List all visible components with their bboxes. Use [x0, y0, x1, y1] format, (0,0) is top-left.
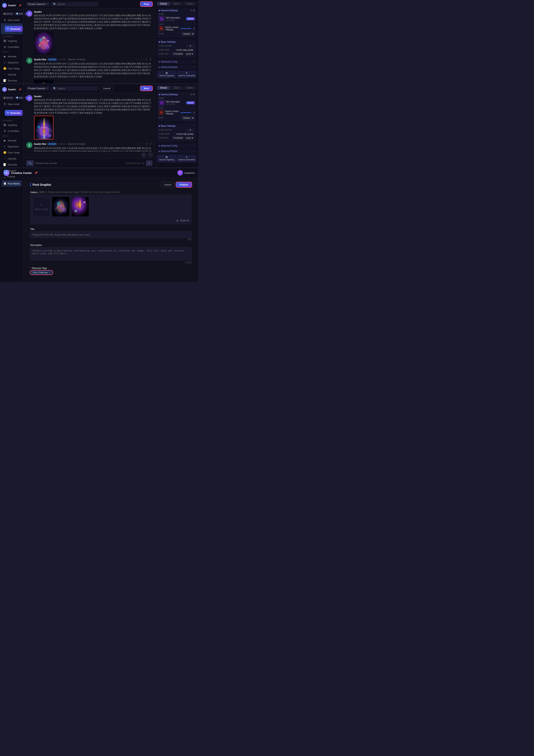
pg-publish-button[interactable]: Publish — [176, 182, 191, 187]
info-btn[interactable]: ℹ — [145, 58, 148, 62]
scroll-down-btn[interactable]: ▼ — [141, 152, 146, 157]
refresh-btn-2[interactable]: ↺ — [149, 142, 152, 146]
gallery-delete-all[interactable]: 🗑 Delete All — [33, 219, 189, 222]
lora-slider-2[interactable] — [180, 112, 191, 113]
bot-message-header: SeaArt Bot Animate 14:34:40 Expires in 2… — [34, 58, 152, 62]
gallery-image-1 — [52, 197, 69, 216]
advanced-config-row-2[interactable]: ● Advanced Config › — [157, 144, 196, 148]
sidebar-item-face-swap-2[interactable]: 😊 Face Swap — [1, 150, 23, 155]
coins-value-2: 137.1K — [6, 97, 13, 99]
attach-button[interactable]: 📎 — [26, 160, 34, 166]
creative-center-title: Creative Center — [11, 171, 32, 175]
tab-default-2[interactable]: Default — [157, 86, 170, 90]
dot-icon-6 — [159, 125, 160, 127]
lora-slider[interactable] — [180, 28, 191, 29]
gems-value: 2.5K — [19, 13, 23, 15]
title-input[interactable] — [30, 231, 191, 238]
next-button[interactable]: Next — [140, 86, 152, 91]
advanced-repair-row-2[interactable]: ● Advanced Repair › — [157, 149, 196, 153]
settings-config-icon[interactable]: ⚙ — [193, 9, 195, 12]
sidebar-item-describe[interactable]: 📝 Describe — [1, 78, 23, 83]
sidebar-item-upscale-2[interactable]: ↑ Upscale — [1, 156, 23, 161]
prompt-input[interactable] — [36, 162, 124, 164]
channel-selector-2[interactable]: Private Channel ▼ — [26, 86, 49, 91]
sidebar-item-img2img-2[interactable]: 🖼 Img2Img — [1, 122, 23, 128]
like-btn-2[interactable]: ♡ — [140, 142, 144, 146]
generate-button-2[interactable]: ✦ Generate — [5, 110, 23, 116]
sidebar-item-animate-2[interactable]: ▶ Animate — [1, 138, 23, 143]
sidebar-item-controlnet-2[interactable]: ⚙ ControlNet — [1, 128, 23, 134]
sidebar-item-face-swap[interactable]: 😊 Face Swap — [1, 66, 23, 71]
image-size-ratio[interactable]: (3:4) ▼ — [185, 52, 195, 56]
tab-default[interactable]: Default — [157, 2, 170, 6]
generate-button[interactable]: ✦ Generate — [5, 26, 23, 32]
advanced-repair-row[interactable]: ● Advanced Repair › — [157, 65, 196, 69]
sidebar-item-expansion[interactable]: ⤢ Expansion — [1, 60, 23, 65]
gallery-thumbnail-1[interactable] — [52, 197, 69, 216]
sidebar-item-describe-2[interactable]: 📝 Describe — [1, 162, 23, 168]
required-indicator: * — [30, 267, 31, 269]
model-switch-button-2[interactable]: Switch — [186, 101, 195, 104]
image-quantity-row: Image Quantity 4 — [159, 44, 195, 48]
sidebar-item-generate[interactable]: ✦ Generate — [1, 23, 23, 34]
send-controlnet-button-2[interactable]: ⚙ Send to ControlNet — [177, 155, 196, 162]
gallery-add-button[interactable]: + 添加个人作品 — [33, 197, 50, 216]
model-label: Model — [159, 13, 195, 15]
cancel-button[interactable]: Cancel — [100, 86, 113, 91]
gallery-thumbnail-2[interactable] — [71, 197, 89, 216]
more-options-btn-2[interactable]: ⋯ — [135, 142, 139, 146]
pin-icon-2[interactable]: 📌 — [19, 88, 21, 91]
info-btn-2[interactable]: ℹ — [145, 142, 148, 146]
panel-1: S SeaArt 📌 ⚡ 137.1K 💎 2.5K New ☰ Easy mo… — [0, 0, 198, 84]
advanced-config-row[interactable]: ● Advanced Config › — [157, 60, 196, 64]
sidebar-item-easy-mode-2[interactable]: ☰ Easy mode — [1, 101, 23, 107]
bot-message-content: SeaArt Bot Animate 14:34:40 Expires in 2… — [34, 58, 152, 84]
pin-icon[interactable]: 📌 — [19, 4, 21, 7]
search-input-2[interactable] — [58, 87, 96, 90]
more-options-btn[interactable]: ⋯ — [135, 58, 139, 62]
help-btn[interactable]: ? — [148, 152, 153, 157]
image-quantity-row-2: Image Quantity 4 — [159, 128, 195, 132]
user-avatar-icon: Y — [177, 170, 183, 176]
pg-cancel-button[interactable]: Cancel — [161, 182, 174, 187]
tab-sdxl[interactable]: SDXL — [170, 2, 183, 6]
tag-daily-challenge[interactable]: Daily-Challenge ✕ — [30, 270, 53, 275]
send-img2img-button-2[interactable]: 🖼 Send to Img2Img — [157, 155, 176, 162]
send-controlnet-button[interactable]: ⚙ Send to ControlNet — [177, 71, 196, 78]
sidebar-item-generate-2[interactable]: ✦ Generate — [1, 107, 23, 118]
settings-config-icon-2[interactable]: ⚙ — [193, 93, 195, 96]
channel-selector[interactable]: Private Channel ▼ — [26, 2, 49, 6]
panel-3-creative-center: S Creative Center 📌 Y yingzaizai 📋 Post … — [0, 168, 198, 282]
tab-studio[interactable]: Studio — [184, 2, 196, 6]
sidebar-item-post-works[interactable]: 📋 Post Works — [2, 180, 22, 187]
easy-mode-icon-2: ☰ — [3, 103, 7, 106]
tag-close-icon[interactable]: ✕ — [49, 271, 50, 274]
general-settings-title: General Settings ↺ ⚙ — [159, 9, 195, 12]
send-button[interactable]: ➤ — [146, 160, 152, 166]
sidebar-item-animate[interactable]: ▶ Animate — [1, 54, 23, 59]
sidebar-item-expansion-2[interactable]: ⤢ Expansion — [1, 144, 23, 149]
mode-select-2[interactable]: Default — [181, 116, 195, 120]
send-img2img-button[interactable]: 🖼 Send to Img2Img — [157, 71, 176, 78]
like-btn[interactable]: ♡ — [140, 58, 144, 62]
description-textarea[interactable] — [30, 247, 191, 260]
delete-all-label: Delete All — [180, 219, 189, 222]
mode-select[interactable]: Default — [181, 32, 195, 36]
svg-point-26 — [160, 101, 164, 104]
creative-pin-icon[interactable]: 📌 — [35, 171, 38, 174]
settings-refresh-icon-2[interactable]: ↺ — [190, 93, 192, 96]
search-input[interactable] — [58, 3, 96, 5]
expansion-icon-2: ⤢ — [3, 145, 7, 148]
sidebar-item-easy-mode[interactable]: ☰ Easy mode — [1, 17, 23, 23]
sidebar-item-img2img[interactable]: 🖼 Img2Img — [1, 38, 23, 44]
sidebar-item-upscale[interactable]: ↑ Upscale — [1, 72, 23, 77]
selected-message-image[interactable] — [34, 116, 53, 139]
post-button[interactable]: Post — [140, 2, 152, 7]
sidebar-item-controlnet[interactable]: ⚙ ControlNet — [1, 44, 23, 50]
settings-refresh-icon[interactable]: ↺ — [190, 9, 192, 12]
tab-sdxl-2[interactable]: SDXL — [170, 86, 183, 90]
refresh-btn[interactable]: ↺ — [149, 58, 152, 62]
model-switch-button[interactable]: Switch — [186, 17, 195, 20]
tab-studio-2[interactable]: Studio — [184, 86, 196, 90]
image-size-ratio-2[interactable]: (3:4) ▼ — [185, 136, 195, 140]
